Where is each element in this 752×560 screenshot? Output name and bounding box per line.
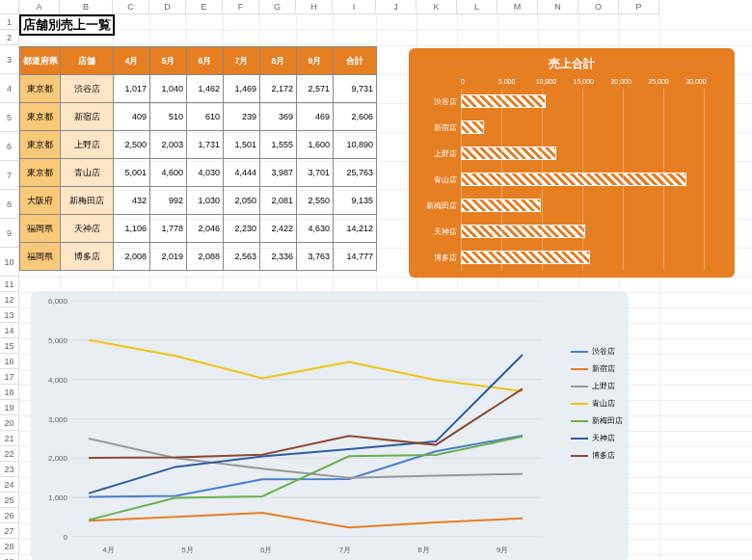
- table-header[interactable]: 9月: [297, 47, 334, 75]
- cells-area[interactable]: 店舗別売上一覧 都道府県店舗4月5月6月7月8月9月合計東京都渋谷店1,0171…: [19, 14, 752, 560]
- pref-cell[interactable]: 福岡県: [20, 243, 61, 271]
- value-cell[interactable]: 2,081: [260, 187, 297, 215]
- row-header-14[interactable]: 14: [0, 323, 19, 338]
- table-row[interactable]: 福岡県博多店2,0082,0192,0882,5632,3363,76314,7…: [20, 243, 377, 271]
- value-cell[interactable]: 2,550: [297, 187, 334, 215]
- value-cell[interactable]: 2,571: [297, 75, 334, 103]
- row-header-6[interactable]: 6: [0, 132, 19, 161]
- table-header[interactable]: 7月: [224, 47, 260, 75]
- table-row[interactable]: 福岡県天神店1,1061,7782,0462,2302,4224,63014,2…: [20, 215, 377, 243]
- table-row[interactable]: 東京都新宿店4095106102393694692,606: [20, 103, 377, 131]
- value-cell[interactable]: 510: [150, 103, 187, 131]
- row-header-8[interactable]: 8: [0, 190, 19, 219]
- value-cell[interactable]: 25,763: [334, 159, 377, 187]
- value-cell[interactable]: 2,230: [224, 215, 260, 243]
- table-row[interactable]: 東京都上野店2,5002,0031,7311,5011,5551,60010,8…: [20, 131, 377, 159]
- table-header[interactable]: 店舗: [61, 47, 114, 75]
- value-cell[interactable]: 1,501: [224, 131, 260, 159]
- table-row[interactable]: 大阪府新梅田店4329921,0302,0502,0812,5509,135: [20, 187, 377, 215]
- value-cell[interactable]: 2,422: [260, 215, 297, 243]
- row-header-9[interactable]: 9: [0, 219, 19, 248]
- col-header-P[interactable]: P: [619, 0, 659, 14]
- value-cell[interactable]: 9,135: [334, 187, 377, 215]
- table-header[interactable]: 6月: [187, 47, 224, 75]
- value-cell[interactable]: 1,017: [114, 75, 150, 103]
- data-table[interactable]: 都道府県店舗4月5月6月7月8月9月合計東京都渋谷店1,0171,0401,46…: [19, 46, 377, 271]
- col-header-G[interactable]: G: [259, 0, 296, 14]
- value-cell[interactable]: 2,336: [260, 243, 297, 271]
- table-row[interactable]: 東京都青山店5,0014,6004,0304,4443,9873,70125,7…: [20, 159, 377, 187]
- table-header[interactable]: 8月: [260, 47, 297, 75]
- row-header-21[interactable]: 21: [0, 431, 19, 446]
- value-cell[interactable]: 4,600: [150, 159, 187, 187]
- col-header-H[interactable]: H: [296, 0, 333, 14]
- value-cell[interactable]: 1,469: [224, 75, 260, 103]
- row-header-7[interactable]: 7: [0, 161, 19, 190]
- row-header-1[interactable]: 1: [0, 14, 19, 30]
- value-cell[interactable]: 3,701: [297, 159, 334, 187]
- line-chart[interactable]: 01,0002,0003,0004,0005,0006,000 4月5月6月7月…: [31, 291, 629, 560]
- row-header-2[interactable]: 2: [0, 30, 19, 45]
- value-cell[interactable]: 432: [114, 187, 150, 215]
- pref-cell[interactable]: 東京都: [20, 131, 61, 159]
- row-header-28[interactable]: 28: [0, 539, 19, 554]
- col-header-C[interactable]: C: [113, 0, 149, 14]
- row-header-17[interactable]: 17: [0, 369, 19, 385]
- col-header-D[interactable]: D: [149, 0, 186, 14]
- value-cell[interactable]: 2,003: [150, 131, 187, 159]
- row-header-24[interactable]: 24: [0, 477, 19, 493]
- value-cell[interactable]: 1,040: [150, 75, 187, 103]
- value-cell[interactable]: 1,106: [114, 215, 150, 243]
- value-cell[interactable]: 369: [260, 103, 297, 131]
- shop-cell[interactable]: 博多店: [61, 243, 114, 271]
- col-header-L[interactable]: L: [457, 0, 497, 14]
- value-cell[interactable]: 2,019: [150, 243, 187, 271]
- value-cell[interactable]: 14,212: [334, 215, 377, 243]
- value-cell[interactable]: 1,030: [187, 187, 224, 215]
- value-cell[interactable]: 2,563: [224, 243, 260, 271]
- value-cell[interactable]: 2,500: [114, 131, 150, 159]
- row-header-11[interactable]: 11: [0, 277, 19, 292]
- value-cell[interactable]: 1,778: [150, 215, 187, 243]
- value-cell[interactable]: 14,777: [334, 243, 377, 271]
- row-header-4[interactable]: 4: [0, 74, 19, 103]
- pref-cell[interactable]: 東京都: [20, 103, 61, 131]
- col-header-O[interactable]: O: [578, 0, 619, 14]
- col-header-J[interactable]: J: [376, 0, 416, 14]
- col-header-F[interactable]: F: [223, 0, 259, 14]
- select-all-corner[interactable]: [0, 0, 19, 14]
- pref-cell[interactable]: 大阪府: [20, 187, 61, 215]
- value-cell[interactable]: 9,731: [334, 75, 377, 103]
- col-header-N[interactable]: N: [538, 0, 578, 14]
- shop-cell[interactable]: 渋谷店: [61, 75, 114, 103]
- row-header-16[interactable]: 16: [0, 354, 19, 369]
- col-header-M[interactable]: M: [497, 0, 538, 14]
- row-header-19[interactable]: 19: [0, 400, 19, 415]
- value-cell[interactable]: 2,606: [334, 103, 377, 131]
- row-header-20[interactable]: 20: [0, 415, 19, 431]
- table-header[interactable]: 都道府県: [20, 47, 61, 75]
- value-cell[interactable]: 469: [297, 103, 334, 131]
- table-header[interactable]: 合計: [334, 47, 377, 75]
- value-cell[interactable]: 610: [187, 103, 224, 131]
- value-cell[interactable]: 1,600: [297, 131, 334, 159]
- row-header-22[interactable]: 22: [0, 446, 19, 462]
- row-header-10[interactable]: 10: [0, 248, 19, 277]
- shop-cell[interactable]: 新梅田店: [61, 187, 114, 215]
- row-header-3[interactable]: 3: [0, 45, 19, 74]
- column-headers[interactable]: ABCDEFGHIJKLMNOP: [19, 0, 752, 14]
- row-header-12[interactable]: 12: [0, 292, 19, 307]
- col-header-K[interactable]: K: [416, 0, 457, 14]
- shop-cell[interactable]: 新宿店: [61, 103, 114, 131]
- value-cell[interactable]: 1,555: [260, 131, 297, 159]
- value-cell[interactable]: 3,763: [297, 243, 334, 271]
- row-header-18[interactable]: 18: [0, 385, 19, 400]
- value-cell[interactable]: 1,731: [187, 131, 224, 159]
- row-header-13[interactable]: 13: [0, 307, 19, 323]
- col-header-E[interactable]: E: [186, 0, 223, 14]
- value-cell[interactable]: 2,088: [187, 243, 224, 271]
- col-header-B[interactable]: B: [60, 0, 113, 14]
- shop-cell[interactable]: 青山店: [61, 159, 114, 187]
- col-header-I[interactable]: I: [333, 0, 376, 14]
- spreadsheet-grid[interactable]: ABCDEFGHIJKLMNOP 12345678910111213141516…: [0, 0, 752, 560]
